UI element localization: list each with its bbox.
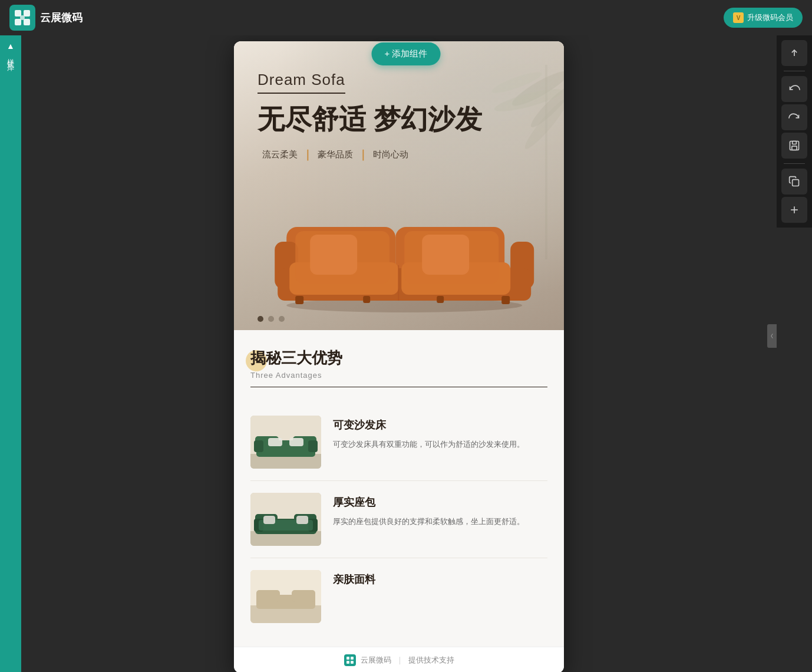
upgrade-button[interactable]: V 升级微码会员 (724, 8, 803, 28)
top-bar: 云展微码 V 升级微码会员 (0, 0, 812, 35)
hero-divider-2: ｜ (358, 147, 368, 162)
feature-title-2: 厚实座包 (333, 495, 547, 509)
svg-rect-44 (289, 438, 303, 446)
svg-rect-54 (263, 516, 275, 524)
sidebar-label: 样式库 (6, 53, 16, 60)
logo-icon (9, 5, 35, 31)
content-section: 揭秘三大优势 Three Advantages (234, 330, 564, 647)
svg-rect-62 (346, 657, 349, 660)
feature-img-1 (250, 416, 321, 469)
hero-content: Dream Sofa 无尽舒适 梦幻沙发 流云柔美 ｜ 豪华品质 ｜ 时尚心动 (258, 71, 482, 162)
feature-desc-1: 可变沙发床具有双重功能，可以作为舒适的沙发来使用。 (333, 438, 547, 451)
svg-rect-41 (254, 440, 263, 452)
svg-rect-2 (15, 19, 21, 25)
hero-divider-1: ｜ (302, 147, 313, 162)
logo-area: 云展微码 (9, 5, 82, 31)
section-title-en: Three Advantages (250, 371, 547, 380)
save-button[interactable] (781, 133, 807, 159)
section-divider (250, 387, 547, 387)
svg-rect-33 (363, 296, 370, 303)
feature-item-2: 厚实座包 厚实的座包提供良好的支撑和柔软触感，坐上面更舒适。 (250, 481, 547, 558)
add-block-button[interactable] (781, 197, 807, 223)
section-header: 揭秘三大优势 Three Advantages (250, 348, 547, 387)
footer-support-text: 提供技术支持 (408, 655, 454, 666)
hero-tag-3: 时尚心动 (368, 149, 413, 160)
svg-rect-32 (501, 296, 510, 304)
svg-point-4 (20, 15, 25, 20)
svg-rect-60 (256, 590, 280, 602)
sidebar-triangle-icon: ▲ (6, 41, 15, 51)
dots-indicator (258, 316, 285, 322)
svg-rect-0 (15, 10, 21, 17)
svg-rect-28 (310, 235, 357, 275)
add-component-label: + 添加组件 (385, 48, 428, 60)
phone-frame: Dream Sofa 无尽舒适 梦幻沙发 流云柔美 ｜ 豪华品质 ｜ 时尚心动 (234, 41, 564, 672)
footer-logo-icon (344, 654, 356, 666)
feature-text-1: 可变沙发床 可变沙发床具有双重功能，可以作为舒适的沙发来使用。 (333, 416, 547, 451)
dot-3[interactable] (279, 316, 285, 322)
sofa-image (269, 195, 540, 312)
svg-rect-29 (422, 235, 469, 275)
dot-1[interactable] (258, 316, 263, 322)
feature-text-2: 厚实座包 厚实的座包提供良好的支撑和柔软触感，坐上面更舒适。 (333, 493, 547, 528)
feature-item-1: 可变沙发床 可变沙发床具有双重功能，可以作为舒适的沙发来使用。 (250, 404, 547, 481)
svg-rect-42 (308, 440, 318, 452)
svg-rect-7 (793, 141, 797, 144)
toolbar-divider-1 (784, 71, 805, 71)
vip-icon: V (733, 12, 744, 23)
logo-text: 云展微码 (40, 11, 82, 25)
svg-rect-3 (24, 19, 30, 25)
page-footer: 云展微码 ｜ 提供技术支持 (234, 647, 564, 672)
feature-item-3: 亲肤面料 (250, 558, 547, 635)
svg-rect-43 (268, 438, 282, 446)
undo-button[interactable] (781, 76, 807, 102)
section-title-cn: 揭秘三大优势 (250, 348, 547, 368)
hero-tag-1: 流云柔美 (258, 149, 302, 160)
svg-rect-31 (295, 296, 303, 304)
right-panel-handle[interactable] (767, 324, 777, 348)
toolbar-divider-2 (784, 163, 805, 164)
canvas-area: Dream Sofa 无尽舒适 梦幻沙发 流云柔美 ｜ 豪华品质 ｜ 时尚心动 (21, 35, 777, 672)
right-toolbar (777, 35, 812, 228)
svg-rect-9 (793, 180, 799, 186)
svg-rect-65 (351, 661, 354, 664)
add-component-button[interactable]: + 添加组件 (372, 42, 441, 65)
upload-button[interactable] (781, 40, 807, 66)
svg-rect-64 (346, 661, 349, 664)
feature-title-3: 亲肤面料 (333, 572, 547, 587)
feature-img-2 (250, 493, 321, 546)
footer-logo-text: 云展微码 (361, 655, 391, 666)
hero-tags: 流云柔美 ｜ 豪华品质 ｜ 时尚心动 (258, 147, 482, 162)
feature-title-1: 可变沙发床 (333, 418, 547, 432)
footer-separator: ｜ (396, 655, 404, 666)
svg-rect-55 (296, 516, 308, 524)
svg-rect-34 (437, 296, 444, 303)
redo-button[interactable] (781, 104, 807, 130)
hero-en-title: Dream Sofa (258, 71, 345, 94)
dot-2[interactable] (268, 316, 274, 322)
feature-desc-2: 厚实的座包提供良好的支撑和柔软触感，坐上面更舒适。 (333, 515, 547, 528)
copy-button[interactable] (781, 169, 807, 195)
hero-cn-title: 无尽舒适 梦幻沙发 (258, 103, 482, 136)
hero-section: Dream Sofa 无尽舒适 梦幻沙发 流云柔美 ｜ 豪华品质 ｜ 时尚心动 (234, 41, 564, 330)
feature-text-3: 亲肤面料 (333, 570, 547, 592)
feature-img-3 (250, 570, 321, 623)
svg-rect-1 (24, 10, 30, 17)
svg-rect-63 (351, 657, 354, 660)
left-sidebar[interactable]: ▲ 样式库 (0, 35, 21, 672)
hero-tag-2: 豪华品质 (313, 149, 358, 160)
svg-rect-61 (292, 590, 315, 602)
add-component-bar: + 添加组件 (372, 42, 441, 65)
upgrade-label: 升级微码会员 (747, 12, 793, 23)
svg-rect-8 (792, 146, 797, 150)
